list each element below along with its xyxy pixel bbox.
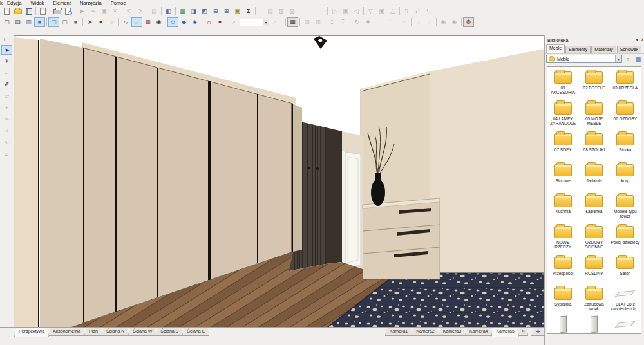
coat-hook[interactable] xyxy=(308,167,310,169)
view-solid-button[interactable]: ■ xyxy=(70,17,81,27)
chevron-down-icon[interactable]: ▾ xyxy=(263,19,269,26)
report-window-button[interactable]: ▦ xyxy=(177,6,188,16)
library-item-modele-typu-rower[interactable]: Modele typu rower xyxy=(610,191,641,221)
library-item-rośliny[interactable]: ROŚLINY xyxy=(578,252,609,283)
add-camera-button[interactable]: ✚ xyxy=(531,328,545,336)
snap-top-button[interactable]: ◈ xyxy=(189,17,200,27)
library-item-kuchnia[interactable]: Kuchnia xyxy=(547,191,578,221)
view-hidden-button[interactable]: ▢ xyxy=(59,17,70,27)
library-item-łazienka[interactable]: Łazienka xyxy=(578,191,609,221)
magnet-toggle-button[interactable]: ∩ xyxy=(204,17,214,27)
view-tab-ściana-w[interactable]: Ściana W xyxy=(128,328,156,336)
library-item-ozdoby-ścienne[interactable]: OZDOBY ŚCIENNE xyxy=(578,221,609,252)
menu-item-narzędzia[interactable]: Narzędzia xyxy=(75,0,106,6)
library-item-05-moje-meble[interactable]: 05 MOJE MEBLE xyxy=(578,98,609,129)
library-item[interactable] xyxy=(610,314,641,334)
summary-window-button[interactable]: ▣ xyxy=(232,6,243,16)
view-tab-ściana-e[interactable]: Ściana E xyxy=(182,328,209,336)
library-item-04-lampy-żyrandole[interactable]: 04 LAMPY ŻYRANDOLE xyxy=(547,98,578,129)
light-toggle-button[interactable]: ☼ xyxy=(106,17,117,27)
library-path-combobox[interactable]: Meble ▾ xyxy=(546,55,622,63)
orbit-mode-button[interactable]: ● xyxy=(95,17,106,27)
structure-tool-button[interactable]: ✳ xyxy=(1,57,12,66)
library-item-jadalnia[interactable]: Jadalnia xyxy=(578,160,609,191)
view-tab-ściana-n[interactable]: Ściana N xyxy=(102,328,129,336)
view-wireframe-button[interactable]: ▢ xyxy=(1,17,12,27)
coat-hook[interactable] xyxy=(316,167,319,170)
library-item-biurka[interactable]: Biurka xyxy=(610,129,641,160)
open-project-button[interactable] xyxy=(12,6,23,16)
export-file-button[interactable] xyxy=(37,6,48,16)
menu-item-widok[interactable]: Widok xyxy=(26,0,49,6)
save-project-button[interactable] xyxy=(23,6,34,16)
snap-corner-button[interactable]: ◇ xyxy=(167,17,178,27)
left-wardrobe-mid[interactable] xyxy=(40,39,82,328)
dark-wall-section[interactable] xyxy=(326,127,342,264)
vase[interactable] xyxy=(371,179,385,206)
properties-window-button[interactable]: ◧ xyxy=(163,6,174,16)
library-tab-meble[interactable]: Meble xyxy=(546,44,565,53)
view-textured-button[interactable]: ■ xyxy=(34,17,45,27)
grid-toggle-button[interactable]: ▦ xyxy=(142,17,153,27)
camera-tab-kamera4[interactable]: Kamera4 xyxy=(465,328,492,336)
scene-svg[interactable] xyxy=(14,36,544,328)
price-window-button[interactable]: ◨ xyxy=(188,6,199,16)
library-item-07-sofy[interactable]: 07 SOFY xyxy=(547,129,578,160)
library-item-blat-38-z-zaobleniem-kr-[interactable]: BLAT 38 z zaobleniem kr... xyxy=(610,283,641,314)
library-item-pokój-dziecięcy[interactable]: Pokój dziecięcy xyxy=(610,221,641,252)
picker-tool-button[interactable]: ✐ xyxy=(1,80,12,89)
library-tab-elementy[interactable]: Elementy xyxy=(565,46,591,53)
toolbar-grip[interactable] xyxy=(4,38,10,41)
print-button[interactable] xyxy=(52,6,62,16)
snap-center-button[interactable]: ◆ xyxy=(178,17,189,27)
library-item-przedpokój[interactable]: Przedpokój xyxy=(547,252,578,283)
new-window-button[interactable]: ⊞ xyxy=(221,6,232,16)
left-wardrobe-side[interactable] xyxy=(14,37,39,328)
sum-report-button[interactable]: Σ xyxy=(243,6,254,16)
panel-collapse-icon[interactable]: ▾ xyxy=(634,37,639,42)
settings-button[interactable]: ⚙ xyxy=(463,17,474,27)
dresser-front[interactable] xyxy=(363,202,440,279)
library-tab-schowek[interactable]: Schowek xyxy=(617,46,641,53)
library-item-salon[interactable]: Salon xyxy=(610,252,641,283)
library-item-sypialnia[interactable]: Sypialnia xyxy=(547,283,578,314)
view-tab-perspektywa[interactable]: Perspektywa xyxy=(14,328,49,337)
panel-close-icon-clipped[interactable]: ✕ xyxy=(639,37,643,42)
dimensions-toggle-button[interactable]: ↔ xyxy=(131,17,142,27)
print-preview-button[interactable] xyxy=(62,6,73,16)
collision-toggle-button[interactable]: ● xyxy=(214,17,225,27)
visibility-toggle-button[interactable]: ◉ xyxy=(153,17,164,27)
library-item-korp[interactable]: korp xyxy=(610,160,641,191)
camera-tab-kamera1[interactable]: Kamera1 xyxy=(385,328,412,336)
camera-tab-kamera2[interactable]: Kamera2 xyxy=(412,328,439,336)
3d-viewport[interactable] xyxy=(14,35,544,327)
view-contour-button[interactable]: ▢ xyxy=(48,17,59,27)
camera-tab-kamera5[interactable]: Kamera5 xyxy=(491,328,518,337)
view-mode-button[interactable]: ▦ xyxy=(634,55,643,64)
library-tab-materiały[interactable]: Materiały xyxy=(591,46,616,53)
view-sketch-button[interactable]: ▤ xyxy=(12,17,23,27)
library-item-nowe-rzeczy[interactable]: NOWE RZECZY xyxy=(547,221,578,252)
library-item-06-ozdoby[interactable]: 06 OZDOBY xyxy=(610,98,641,129)
close-camera-tab-button[interactable]: ✕ xyxy=(518,328,528,336)
view-shaded-button[interactable]: ▥ xyxy=(23,17,34,27)
right-wall[interactable] xyxy=(430,49,544,276)
cutting-window-button[interactable]: ◩ xyxy=(199,6,210,16)
library-item-biurowe[interactable]: Biurowe xyxy=(547,160,578,191)
library-item-02-fotele[interactable]: 02 FOTELE xyxy=(578,67,609,98)
drag-mode-button[interactable]: ➤ xyxy=(84,17,95,27)
view-tab-plan[interactable]: Plan xyxy=(84,328,102,336)
folder-up-button[interactable]: ↑ xyxy=(623,55,632,64)
menu-item-edycja[interactable]: Edycja xyxy=(3,0,26,6)
chevron-down-icon[interactable]: ▾ xyxy=(615,55,621,62)
new-document-button[interactable] xyxy=(1,6,12,16)
library-item-03-krzesła[interactable]: 03 KRZESŁA xyxy=(610,67,641,98)
zoom-level-combo[interactable]: ▾ xyxy=(240,19,269,26)
materials-toggle-button[interactable]: ∿ xyxy=(120,17,131,27)
library-item-01-akcesoria[interactable]: 01 AKCESORIA xyxy=(547,67,578,98)
list-window-button[interactable]: ⊟ xyxy=(210,6,221,16)
library-item-zabudowa-wnęk[interactable]: Zabudowa wnęk xyxy=(578,283,609,314)
menu-item-element[interactable]: Element xyxy=(48,0,75,6)
camera-tab-kamera3[interactable]: Kamera3 xyxy=(439,328,466,336)
library-item-08-stoliki[interactable]: 08 STOLIKI xyxy=(578,129,609,160)
